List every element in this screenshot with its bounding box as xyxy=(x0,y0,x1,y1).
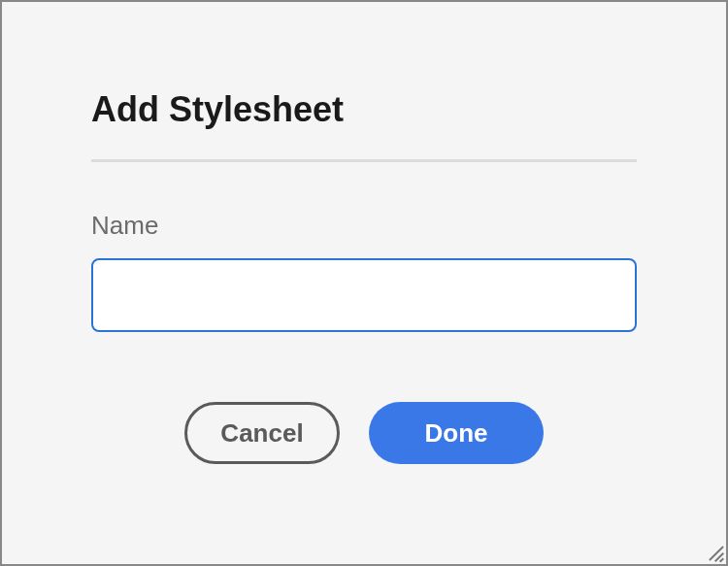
divider xyxy=(91,159,637,162)
done-button[interactable]: Done xyxy=(369,402,544,464)
button-row: Cancel Done xyxy=(91,402,637,464)
dialog-title: Add Stylesheet xyxy=(91,89,637,130)
add-stylesheet-dialog: Add Stylesheet Name Cancel Done xyxy=(2,2,726,464)
name-input[interactable] xyxy=(91,258,637,332)
name-label: Name xyxy=(91,211,637,241)
resize-grip-icon[interactable] xyxy=(706,544,723,561)
cancel-button[interactable]: Cancel xyxy=(184,402,340,464)
